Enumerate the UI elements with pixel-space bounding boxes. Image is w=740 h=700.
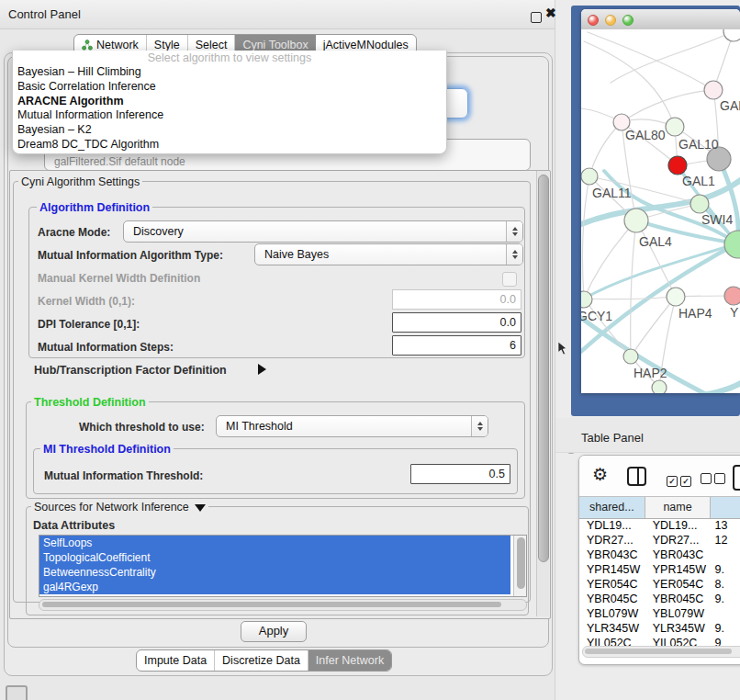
network-node[interactable] <box>723 29 740 41</box>
table-cell: YBR043C <box>645 548 712 562</box>
network-window-titlebar[interactable] <box>581 9 740 30</box>
table-row[interactable]: YBR045CYBR045C9. <box>579 592 740 606</box>
bottom-tab-infer-network[interactable]: Infer Network <box>308 650 391 671</box>
network-node-y[interactable] <box>724 287 740 305</box>
zoom-window-icon[interactable] <box>622 15 633 26</box>
table-cell: 9. <box>712 621 740 636</box>
network-edge <box>636 220 676 297</box>
dropdown-item-dream8-dc-tdc-algorithm[interactable]: Dream8 DC_TDC Algorithm <box>13 138 446 152</box>
table-row[interactable]: YER054CYER054C8. <box>579 577 740 592</box>
table-row[interactable]: YDL19...YDL19...13 <box>579 518 740 533</box>
mi-type-label: Mutual Information Algorithm Type: <box>38 249 223 262</box>
mi-steps-field[interactable]: 6 <box>392 335 521 356</box>
column-header-name[interactable]: name <box>645 497 712 518</box>
network-edge <box>622 90 713 122</box>
hub-section-label[interactable]: Hub/Transcription Factor Definition <box>34 364 227 377</box>
network-node-gcy1[interactable] <box>581 291 592 308</box>
tab-label: Impute Data <box>144 654 207 667</box>
combo-arrows-icon[interactable] <box>506 244 522 265</box>
float-panel-icon[interactable] <box>531 12 542 23</box>
network-edge <box>631 220 636 356</box>
combo-arrows-icon[interactable] <box>471 416 488 436</box>
kernel-width-field[interactable]: 0.0 <box>392 289 521 310</box>
list-scrollbar-track[interactable] <box>513 536 526 596</box>
dropdown-item-list: Bayesian – Hill ClimbingBasic Correlatio… <box>13 65 446 152</box>
network-edge <box>581 243 737 369</box>
manual-kernel-checkbox[interactable] <box>502 272 517 287</box>
dropdown-item-basic-correlation-inference[interactable]: Basic Correlation Inference <box>13 80 446 95</box>
dpi-tolerance-field[interactable]: 0.0 <box>392 312 521 333</box>
table-cell: 9. <box>712 562 740 577</box>
bottom-tab-impute-data[interactable]: Impute Data <box>137 650 215 671</box>
table-row[interactable]: YIL052CYIL052C9 <box>579 636 740 646</box>
table-cell: 8. <box>712 577 740 592</box>
select-all-checks-icon[interactable]: ✓✓ <box>667 471 694 488</box>
mi-threshold-field[interactable]: 0.5 <box>410 464 510 484</box>
list-scrollbar-thumb[interactable] <box>517 537 525 589</box>
attribute-item-gal4rgexp[interactable]: gal4RGexp <box>39 580 510 594</box>
network-canvas[interactable]: GALGAL80GAL10GAL1GAL11SWI4GAL4GCY1HAP4YH… <box>581 29 740 393</box>
dropdown-item-bayesian-k2[interactable]: Bayesian – K2 <box>13 123 446 138</box>
combo-arrows-icon[interactable] <box>506 221 522 242</box>
columns-icon[interactable] <box>627 467 646 486</box>
table-row[interactable]: YBL079WYBL079W <box>579 606 740 621</box>
table-cell: YBR045C <box>579 592 645 606</box>
minimized-panel-icon[interactable] <box>6 685 28 700</box>
expand-arrow-icon[interactable] <box>258 364 266 375</box>
table-row[interactable]: YBR043CYBR043C <box>579 548 740 562</box>
table-cell: YBL079W <box>645 606 712 621</box>
table-hscrollbar-thumb[interactable] <box>585 649 732 655</box>
network-node-gal10[interactable] <box>666 118 684 136</box>
network-node-gal1[interactable] <box>668 156 687 175</box>
dropdown-item-bayesian-hill-climbing[interactable]: Bayesian – Hill Climbing <box>13 65 446 80</box>
network-node[interactable] <box>724 231 740 258</box>
apply-button[interactable]: Apply <box>241 621 307 642</box>
data-attributes-list[interactable]: SelfLoopsTopologicalCoefficientBetweenne… <box>39 535 527 597</box>
node-label: GAL4 <box>639 234 672 249</box>
table-row[interactable]: YDR27...YDR27...12 <box>579 533 740 548</box>
table-cell: 12 <box>712 533 740 548</box>
settings-scrollbar-thumb[interactable] <box>538 175 549 562</box>
table-cell: YLR345W <box>645 621 712 636</box>
network-node[interactable] <box>652 380 667 393</box>
close-window-icon[interactable] <box>588 15 599 26</box>
table-row[interactable]: YLR345WYLR345W9. <box>579 621 740 636</box>
network-edge <box>584 297 676 299</box>
table-cell: YLR345W <box>579 621 645 636</box>
network-node-gal[interactable] <box>704 81 723 99</box>
kernel-width-label: Kernel Width (0,1): <box>38 295 135 308</box>
attribute-item-topologicalcoefficient[interactable]: TopologicalCoefficient <box>39 550 510 565</box>
sources-group-title[interactable]: Sources for Network Inference <box>31 501 208 514</box>
network-node-swi4[interactable] <box>690 195 709 213</box>
network-node-gal11[interactable] <box>581 168 598 185</box>
node-label: HAP2 <box>633 366 667 380</box>
dpi-tolerance-label: DPI Tolerance [0,1]: <box>38 318 140 331</box>
network-window: GALGAL80GAL10GAL1GAL11SWI4GAL4GCY1HAP4YH… <box>581 9 740 393</box>
close-panel-icon[interactable]: ✖ <box>545 6 556 20</box>
dropdown-item-aracne-algorithm[interactable]: ARACNE Algorithm <box>13 95 446 109</box>
node-label: SWI4 <box>701 212 733 227</box>
attribute-item-selfloops[interactable]: SelfLoops <box>39 536 510 550</box>
column-header-shared[interactable]: shared... <box>579 497 645 518</box>
gear-icon[interactable]: ⚙ <box>592 464 608 485</box>
mi-type-combo[interactable]: Naive Bayes <box>254 243 523 265</box>
tab-label: Network <box>96 39 139 51</box>
attribute-item-betweennesscentrality[interactable]: BetweennessCentrality <box>39 565 510 580</box>
column-header-col3[interactable] <box>711 497 740 518</box>
list-hscrollbar-thumb[interactable] <box>42 602 501 608</box>
dropdown-item-mutual-information-inference[interactable]: Mutual Information Inference <box>13 108 446 123</box>
network-node-hap4[interactable] <box>667 288 685 306</box>
table-function-icon[interactable] <box>733 465 740 491</box>
network-node-gal4[interactable] <box>624 209 648 232</box>
table-row[interactable]: YPR145WYPR145W9. <box>579 562 740 577</box>
table-hscrollbar-track[interactable] <box>582 646 740 658</box>
list-hscrollbar-track[interactable] <box>39 599 527 611</box>
deselect-all-checks-icon[interactable] <box>701 471 728 488</box>
bottom-tab-discretize-data[interactable]: Discretize Data <box>215 650 308 671</box>
aracne-mode-combo[interactable]: Discovery <box>123 220 523 243</box>
minimize-window-icon[interactable] <box>605 15 616 26</box>
network-node-hap2[interactable] <box>623 349 638 364</box>
application-window: Control Panel ✖ NetworkStyleSelectCyni T… <box>0 0 740 700</box>
which-threshold-combo[interactable]: MI Threshold <box>216 415 488 437</box>
tab-label: Cyni Toolbox <box>242 39 308 51</box>
